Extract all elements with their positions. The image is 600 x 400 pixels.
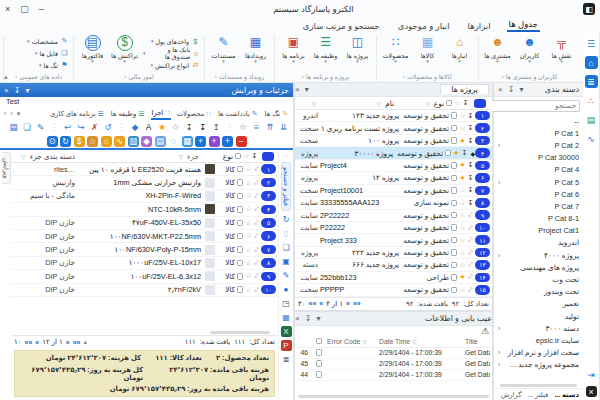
row-checkbox[interactable]	[451, 162, 458, 169]
print-icon[interactable]: ≣	[281, 354, 292, 365]
add-icon[interactable]: +	[222, 136, 233, 147]
category-item[interactable]: اندروید‹	[498, 237, 579, 249]
row-checkbox[interactable]	[445, 150, 452, 157]
pin-icon[interactable]: ↧	[467, 124, 473, 132]
panel-collapse-icon[interactable]: ▾	[316, 314, 320, 323]
category-item[interactable]: P Cat 4‹	[498, 164, 579, 176]
pin-icon[interactable]: ↧	[252, 164, 262, 174]
component-row[interactable]: ۲ ↧ ☆ کالا وارنیش حرارتی مشکی	[11, 176, 278, 189]
copy-icon[interactable]: ❏	[22, 122, 33, 133]
diagnostic-row[interactable]: 44 2/29/1404 - 17:00:39 Get Data St...	[297, 370, 490, 381]
pin-icon[interactable]: ↧	[252, 231, 262, 241]
project-row[interactable]: ۳ ◆ ↧ ★ تحقیق و توسعه پروژه ۱۰۰ سخت	[295, 135, 492, 147]
edit-icon[interactable]: ✎	[35, 122, 46, 133]
select-column-icon[interactable]	[262, 152, 274, 161]
row-checkbox[interactable]	[237, 286, 244, 293]
row-checkbox[interactable]	[451, 125, 458, 132]
org-chart-icon[interactable]: ╦نقش ها▾	[547, 35, 576, 65]
next-page-icon[interactable]: »	[66, 339, 70, 346]
chart-icon[interactable]: ▥	[128, 136, 139, 147]
category-item[interactable]: Project Cat1‹	[498, 225, 579, 237]
row-checkbox[interactable]	[451, 200, 458, 207]
star2-outline-icon[interactable]: ☆	[170, 122, 181, 133]
divider[interactable]: ⋮	[49, 122, 60, 133]
redo-icon[interactable]: ↪	[76, 122, 87, 133]
row-checkbox[interactable]	[237, 260, 244, 267]
pin-icon[interactable]: ↧	[466, 210, 476, 220]
add-type-icon[interactable]: +	[209, 136, 220, 147]
pin-icon[interactable]: ↧	[467, 186, 473, 194]
chart2-icon[interactable]: ∿	[114, 136, 125, 147]
component-row[interactable]: ۴ ↧ ☆ کالا NTC-10kR-5mm	[11, 203, 278, 216]
ribbon-tab[interactable]: جدول ها	[507, 19, 540, 32]
project-row[interactable]: ۱۱ ◆ ↧ ☆ تحقیق و توسعه Project 333	[295, 234, 492, 246]
category-item[interactable]: سایت epsic.ir‹	[498, 334, 579, 346]
goods-icon[interactable]: ▦کالاها▾	[413, 35, 442, 65]
row-checkbox[interactable]	[237, 166, 244, 173]
export-icon[interactable]: ◳	[281, 298, 292, 309]
category-item[interactable]: پروژه ۴۰۰۰‹	[498, 249, 579, 261]
excel-icon[interactable]: X	[281, 326, 292, 337]
new-document-icon[interactable]: ❏	[281, 242, 292, 253]
bottom-tab[interactable]: گزارش	[501, 391, 521, 399]
panel-collapse-icon[interactable]: ▾	[305, 85, 309, 94]
component-row[interactable]: ۹ ↧ ☆ کالا ۱۰۰uF/25V-EL-6.3x12	[11, 270, 278, 283]
star-column-icon[interactable]: ☆	[243, 152, 249, 160]
category-item[interactable]: P Cat 7‹	[498, 200, 579, 212]
specs-icon[interactable]: ✎مشخصات▾	[8, 36, 69, 47]
row-checkbox[interactable]	[451, 175, 458, 182]
transactions-icon[interactable]: $تراکنش ها▾	[110, 35, 139, 65]
project-row[interactable]: ۴ ◆ ↧ ★ تحقیق و توسعه پروژه ۳۰۰۰۰ پروژه	[295, 147, 492, 159]
row-checkbox[interactable]	[237, 193, 244, 200]
select-column-icon[interactable]	[474, 99, 486, 108]
pin-icon[interactable]: ↧	[467, 199, 473, 207]
category-item[interactable]: P Cat 5‹	[498, 176, 579, 188]
documents-icon[interactable]: ✎مستندات▾	[209, 35, 238, 65]
prev-page-icon[interactable]: «	[35, 339, 39, 346]
invoice-icon[interactable]: ▤	[155, 136, 166, 147]
pin-icon[interactable]: ↧	[252, 285, 262, 295]
panel-pin-icon[interactable]: ↧	[305, 314, 312, 323]
category-item[interactable]: --‹	[498, 115, 579, 127]
row-checkbox[interactable]	[451, 212, 458, 219]
pin-icon[interactable]: ↧	[467, 112, 473, 120]
categories-scrollbar[interactable]	[500, 384, 577, 387]
star-icon[interactable]: ☆	[459, 249, 465, 257]
project-row[interactable]: ۲ ◆ ↧ ☆ تحقیق و توسعه پروژه تست برنامه ر…	[295, 122, 492, 134]
users-icon[interactable]: ☻کاربران▾	[515, 35, 544, 65]
component-row[interactable]: ۱ ↧ ☆ کالا هسته فریت EE2520 با	[11, 163, 278, 176]
star-icon[interactable]: ☆	[245, 179, 251, 187]
star-icon[interactable]: ☆	[459, 112, 465, 120]
home-icon[interactable]: ⌂	[585, 56, 598, 69]
row-checkbox[interactable]	[237, 233, 244, 240]
project-row[interactable]: ۱۵ ◆ ↧ ☆ تحقیق و توسعه PPPPP سخت	[295, 284, 492, 296]
pin-icon[interactable]: ↧	[461, 149, 467, 157]
pin-icon[interactable]: ↧	[252, 271, 262, 281]
add-item-icon[interactable]: +	[195, 136, 206, 147]
filter-search-tab[interactable]: فیلتر و جستجو	[281, 162, 291, 211]
minimize-button[interactable]: –	[39, 4, 44, 14]
remove-icon[interactable]: –	[236, 136, 247, 147]
pin-icon[interactable]: ↧	[252, 258, 262, 268]
warehouse-icon[interactable]: ⌂	[101, 136, 112, 147]
table-icon[interactable]: ▦	[182, 136, 193, 147]
category-item[interactable]: پروژه های مهندسی‹	[498, 261, 579, 273]
pin-icon[interactable]: ↧	[252, 218, 262, 228]
details-tab[interactable]: ☰برنامه های کاری	[49, 107, 105, 120]
row-checkbox[interactable]	[451, 274, 458, 281]
star-icon[interactable]: ★	[459, 174, 465, 182]
project-row[interactable]: ۱۴ ◆ ↧ ★ طراحی 252bbb123 سایت	[295, 272, 492, 284]
diagnostics-scrollbar[interactable]	[298, 395, 489, 398]
transaction-types-icon[interactable]: ⇄انواع تراکنش▾	[143, 60, 200, 71]
bottom-tab[interactable]: دسته ...	[554, 391, 579, 399]
project-row[interactable]: ۱ ◆ ↧ ☆ تحقیق و توسعه پروژه جدید ۱۲۳ اند…	[295, 110, 492, 122]
star-filled-icon[interactable]: ★	[157, 122, 168, 133]
category-item[interactable]: P Cat 1‹	[498, 127, 579, 139]
close-app-icon[interactable]: ×	[586, 386, 597, 397]
circle-icon[interactable]: ●	[281, 284, 292, 295]
checkbox-column[interactable]	[446, 100, 453, 107]
products-icon[interactable]: ∷محصولات▾	[381, 35, 410, 65]
image-icon[interactable]: ▦	[281, 312, 292, 323]
project-row[interactable]: ۱۰ ◆ ↧ ☆ تحقیق و توسعه P22222 سایت	[295, 222, 492, 234]
pin-icon[interactable]: ↧	[466, 285, 476, 295]
